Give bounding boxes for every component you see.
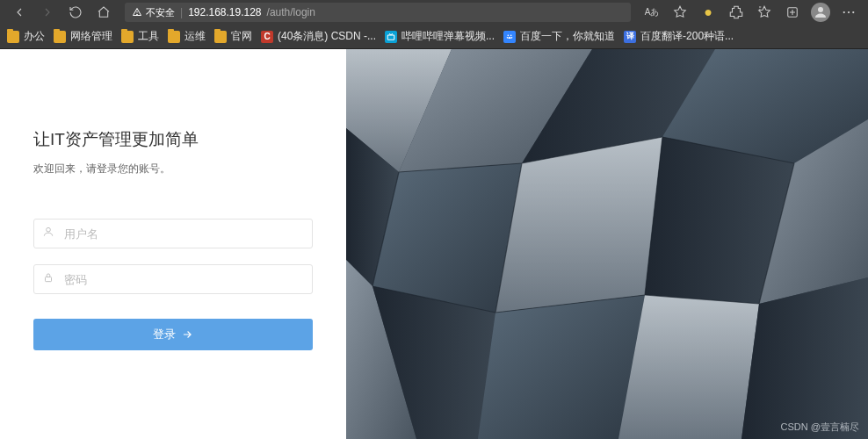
username-input[interactable] (33, 219, 313, 248)
bookmark-item[interactable]: 工具 (121, 29, 159, 44)
page-content: 让IT资产管理更加简单 欢迎回来，请登录您的账号。 登录 (0, 49, 868, 439)
nav-back-button[interactable] (7, 2, 32, 23)
svg-point-3 (843, 11, 845, 13)
bookmark-item[interactable]: 办公 (7, 29, 45, 44)
watermark: CSDN @壹言楠尽 (781, 421, 859, 434)
login-subtitle: 欢迎回来，请登录您的账号。 (33, 162, 313, 176)
svg-point-0 (137, 14, 138, 15)
bookmark-label: (40条消息) CSDN -... (278, 29, 376, 44)
favicon (385, 31, 397, 43)
address-bar[interactable]: 不安全 | 192.168.19.128/auth/login (125, 3, 631, 22)
bookmark-item[interactable]: 运维 (168, 29, 206, 44)
favorite-button[interactable] (668, 2, 692, 23)
folder-icon (214, 31, 227, 43)
svg-point-2 (818, 7, 823, 12)
svg-point-4 (848, 11, 850, 13)
password-input[interactable] (33, 264, 313, 294)
url-host: 192.168.19.128 (188, 6, 261, 18)
bookmark-label: 哔哩哔哩弹幕视频... (401, 29, 495, 44)
profile-button[interactable] (808, 2, 833, 23)
login-panel: 让IT资产管理更加简单 欢迎回来，请登录您的账号。 登录 (0, 49, 346, 439)
svg-point-10 (511, 37, 513, 39)
svg-point-11 (47, 227, 51, 232)
favicon: 译 (624, 31, 636, 43)
bookmark-item[interactable]: 哔哩哔哩弹幕视频... (385, 29, 495, 44)
login-button[interactable]: 登录 (33, 319, 313, 350)
extensions-button[interactable] (724, 2, 749, 23)
svg-point-7 (508, 34, 510, 36)
nav-home-button[interactable] (91, 2, 116, 23)
weather-icon[interactable]: ● (696, 2, 720, 23)
svg-rect-12 (46, 277, 52, 281)
bookmark-label: 官网 (231, 29, 252, 44)
url-path: /auth/login (267, 6, 315, 18)
read-aloud-button[interactable]: Aあ (640, 2, 664, 23)
favorites-list-button[interactable] (752, 2, 777, 23)
bookmark-item[interactable]: 百度一下，你就知道 (503, 29, 615, 44)
bookmarks-bar: 办公网络管理工具运维官网C(40条消息) CSDN -...哔哩哔哩弹幕视频..… (0, 25, 868, 49)
folder-icon (168, 31, 180, 43)
lock-icon (42, 271, 54, 287)
bookmark-label: 工具 (138, 29, 159, 44)
login-title: 让IT资产管理更加简单 (33, 128, 313, 151)
bookmark-item[interactable]: 官网 (214, 29, 252, 44)
bookmark-label: 办公 (24, 29, 45, 44)
password-group (33, 264, 313, 294)
favicon: C (261, 31, 273, 43)
browser-toolbar: 不安全 | 192.168.19.128/auth/login Aあ ● (0, 0, 868, 25)
nav-refresh-button[interactable] (63, 2, 88, 23)
security-indicator: 不安全 (132, 6, 175, 19)
svg-point-8 (510, 34, 512, 36)
nav-forward-button[interactable] (35, 2, 60, 23)
more-button[interactable] (836, 2, 861, 23)
bookmark-label: 百度翻译-200种语... (640, 29, 734, 44)
login-button-label: 登录 (153, 327, 176, 342)
arrow-right-icon (181, 328, 193, 341)
svg-point-9 (507, 37, 509, 39)
folder-icon (121, 31, 134, 43)
bookmark-label: 百度一下，你就知道 (520, 29, 615, 44)
bookmark-item[interactable]: C(40条消息) CSDN -... (261, 29, 376, 44)
svg-point-5 (852, 11, 854, 13)
bookmark-label: 网络管理 (70, 29, 112, 44)
svg-marker-25 (478, 295, 645, 439)
favicon (503, 31, 516, 43)
bookmark-label: 运维 (184, 29, 206, 44)
bookmark-item[interactable]: 网络管理 (54, 29, 112, 44)
folder-icon (54, 31, 66, 43)
collections-button[interactable] (780, 2, 805, 23)
user-icon (42, 226, 54, 241)
bookmark-item[interactable]: 译百度翻译-200种语... (624, 29, 734, 44)
username-group (33, 219, 313, 248)
folder-icon (7, 31, 19, 43)
hero-image: CSDN @壹言楠尽 (346, 49, 868, 439)
security-label: 不安全 (146, 6, 175, 19)
svg-rect-6 (387, 34, 394, 39)
